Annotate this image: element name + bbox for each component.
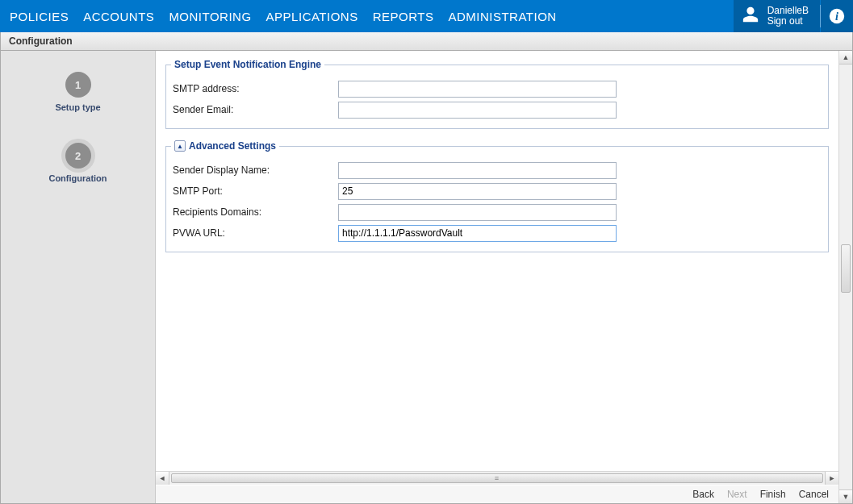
nav-administration[interactable]: ADMINISTRATION [448, 10, 556, 23]
input-smtp-port[interactable] [338, 183, 617, 200]
back-button[interactable]: Back [692, 489, 714, 500]
finish-button[interactable]: Finish [760, 489, 786, 500]
nav-monitoring[interactable]: MONITORING [169, 10, 251, 23]
legend-advanced: ▲ Advanced Settings [171, 140, 279, 152]
user-box: DanielleB Sign out [734, 0, 820, 32]
cancel-button[interactable]: Cancel [799, 489, 829, 500]
collapse-icon[interactable]: ▲ [174, 140, 186, 152]
label-smtp-address: SMTP address: [173, 83, 338, 94]
label-recipients-domains: Recipients Domains: [173, 206, 338, 218]
nav-accounts[interactable]: ACCOUNTS [83, 10, 154, 23]
label-pvwa-url: PVWA URL: [173, 227, 338, 239]
horizontal-scrollbar[interactable]: ◄ ≡ ► [156, 471, 838, 485]
input-smtp-address[interactable] [338, 81, 617, 98]
main-header: POLICIES ACCOUNTS MONITORING APPLICATION… [0, 0, 853, 32]
wizard-footer: Back Next Finish Cancel [156, 485, 838, 503]
scroll-thumb-vertical[interactable] [841, 244, 851, 293]
label-smtp-port: SMTP Port: [173, 185, 338, 197]
wizard-sidebar: 1 Setup type 2 Configuration [1, 51, 156, 503]
step-number-icon: 1 [65, 72, 91, 98]
info-icon[interactable]: i [821, 0, 853, 32]
nav-applications[interactable]: APPLICATIONS [266, 10, 358, 23]
fieldset-ene: Setup Event Notification Engine SMTP add… [165, 59, 829, 129]
scroll-thumb[interactable]: ≡ [171, 473, 823, 483]
wizard-step-configuration[interactable]: 2 Configuration [1, 143, 155, 183]
input-recipients-domains[interactable] [338, 204, 617, 221]
main-panel: Setup Event Notification Engine SMTP add… [156, 51, 852, 503]
nav-policies[interactable]: POLICIES [10, 10, 69, 23]
main-nav: POLICIES ACCOUNTS MONITORING APPLICATION… [0, 0, 557, 32]
next-button: Next [727, 489, 747, 500]
input-sender-display[interactable] [338, 162, 617, 179]
legend-ene: Setup Event Notification Engine [171, 59, 324, 70]
scroll-down-icon[interactable]: ▼ [839, 489, 852, 503]
scroll-right-icon[interactable]: ► [825, 472, 838, 485]
wizard-step-setup-type[interactable]: 1 Setup type [1, 72, 155, 112]
label-sender-email: Sender Email: [173, 104, 338, 115]
input-sender-email[interactable] [338, 102, 617, 119]
fieldset-advanced: ▲ Advanced Settings Sender Display Name:… [165, 140, 829, 252]
svg-text:i: i [835, 10, 838, 23]
tab-bar: Configuration [0, 32, 853, 51]
step-label: Configuration [48, 173, 107, 183]
step-number-icon: 2 [65, 143, 91, 169]
scroll-left-icon[interactable]: ◄ [156, 472, 169, 485]
signout-link[interactable]: Sign out [767, 16, 809, 27]
user-icon [742, 6, 759, 27]
tab-configuration[interactable]: Configuration [9, 35, 73, 47]
input-pvwa-url[interactable] [338, 225, 617, 242]
scroll-up-icon[interactable]: ▲ [839, 51, 852, 65]
label-sender-display: Sender Display Name: [173, 165, 338, 176]
step-label: Setup type [55, 102, 100, 112]
vertical-scrollbar[interactable]: ▲ ▼ [838, 51, 852, 503]
nav-reports[interactable]: REPORTS [373, 10, 434, 23]
